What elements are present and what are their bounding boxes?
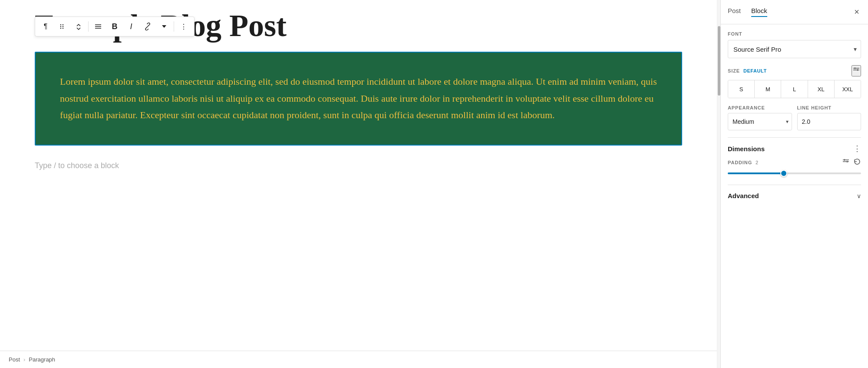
breadcrumb-paragraph[interactable]: Paragraph: [29, 356, 55, 363]
section-divider-1: [728, 137, 861, 138]
padding-value: 2: [756, 160, 758, 165]
size-default-badge: DEFAULT: [743, 68, 767, 73]
toolbar-separator-2: [174, 21, 174, 32]
sidebar-header: Post Block ×: [721, 0, 868, 24]
size-btn-xxl[interactable]: XXL: [835, 80, 861, 98]
drag-btn[interactable]: [54, 19, 70, 34]
tab-post[interactable]: Post: [728, 7, 741, 17]
italic-btn[interactable]: I: [123, 19, 139, 34]
breadcrumb-post[interactable]: Post: [9, 356, 20, 363]
more-text-btn[interactable]: [156, 19, 172, 34]
size-btn-xl[interactable]: XL: [808, 80, 835, 98]
svg-point-2: [60, 28, 61, 29]
size-label: SIZE: [728, 68, 740, 73]
link-btn[interactable]: [140, 19, 155, 34]
sidebar-content: FONT Source Serif Pro Arial Georgia Helv…: [721, 24, 868, 368]
advanced-section: Advanced ∨: [728, 185, 861, 206]
paragraph-btn[interactable]: ¶: [38, 19, 53, 34]
sidebar-close-button[interactable]: ×: [852, 5, 861, 19]
toolbar-separator-1: [88, 21, 89, 32]
padding-slider-fill: [728, 172, 784, 174]
advanced-header[interactable]: Advanced ∨: [728, 185, 861, 206]
size-buttons-group: S M L XL XXL: [728, 80, 861, 98]
svg-point-4: [63, 26, 63, 27]
svg-point-3: [63, 24, 63, 25]
size-row: SIZE DEFAULT: [728, 65, 861, 76]
svg-point-0: [60, 24, 61, 25]
font-select[interactable]: Source Serif Pro Arial Georgia Helvetica…: [728, 40, 861, 58]
padding-label-group: PADDING 2: [728, 160, 758, 165]
svg-point-1: [60, 26, 61, 27]
lineheight-label: LINE HEIGHT: [797, 105, 861, 110]
svg-marker-10: [162, 25, 166, 28]
appearance-lineheight-row: APPEARANCE Thin Extra Light Light Medium…: [728, 105, 861, 130]
padding-row: PADDING 2: [728, 158, 861, 167]
content-area: Lorem ipsum dolor sit amet, consectetur …: [0, 43, 717, 368]
svg-line-9: [147, 26, 149, 28]
padding-slider-track[interactable]: [728, 172, 861, 174]
sidebar: Post Block × FONT Source Serif Pro Arial…: [720, 0, 868, 368]
green-block-text: Lorem ipsum dolor sit amet, consectetur …: [60, 73, 657, 124]
padding-slider-thumb[interactable]: [780, 170, 787, 177]
appearance-select-wrapper: Thin Extra Light Light Medium Semi Bold …: [728, 113, 792, 130]
font-select-wrapper: Source Serif Pro Arial Georgia Helvetica…: [728, 40, 861, 58]
size-label-group: SIZE DEFAULT: [728, 68, 767, 73]
size-controls-icon-btn[interactable]: [851, 65, 861, 76]
breadcrumb: Post › Paragraph: [0, 351, 717, 368]
advanced-chevron-icon: ∨: [857, 192, 861, 199]
padding-reset-icon-btn[interactable]: [853, 158, 861, 167]
padding-controls-icon-btn[interactable]: [842, 158, 850, 167]
tab-block[interactable]: Block: [751, 7, 767, 17]
size-btn-l[interactable]: L: [781, 80, 808, 98]
breadcrumb-separator: ›: [23, 356, 25, 363]
dimensions-header: Dimensions ⋮: [728, 145, 861, 153]
appearance-label: APPEARANCE: [728, 105, 792, 110]
sidebar-tabs: Post Block: [728, 7, 767, 17]
size-btn-s[interactable]: S: [728, 80, 755, 98]
appearance-select[interactable]: Thin Extra Light Light Medium Semi Bold …: [728, 113, 792, 130]
page-title-area: ¶ B I ⋮ Example Blog Post: [0, 0, 717, 43]
scrollbar-thumb[interactable]: [718, 26, 720, 96]
green-paragraph-block[interactable]: Lorem ipsum dolor sit amet, consectetur …: [35, 52, 682, 146]
type-hint[interactable]: Type / to choose a block: [35, 156, 682, 176]
block-toolbar: ¶ B I ⋮: [35, 17, 195, 36]
editor-scrollbar[interactable]: [717, 0, 720, 368]
padding-label: PADDING: [728, 160, 752, 165]
advanced-title: Advanced: [728, 192, 759, 199]
bold-btn[interactable]: B: [107, 19, 122, 34]
font-label: FONT: [728, 31, 861, 36]
dimensions-title: Dimensions: [728, 145, 765, 153]
align-btn[interactable]: [90, 19, 106, 34]
size-btn-m[interactable]: M: [755, 80, 781, 98]
lineheight-col: LINE HEIGHT: [797, 105, 861, 130]
padding-icons: [842, 158, 861, 167]
svg-point-5: [63, 28, 63, 29]
editor-area: ¶ B I ⋮ Example Blog Post: [0, 0, 717, 368]
lineheight-input[interactable]: [797, 113, 861, 130]
padding-slider-container: [728, 171, 861, 176]
appearance-col: APPEARANCE Thin Extra Light Light Medium…: [728, 105, 792, 130]
options-btn[interactable]: ⋮: [176, 19, 191, 34]
move-btn[interactable]: [71, 19, 86, 34]
dimensions-menu-button[interactable]: ⋮: [853, 145, 861, 153]
